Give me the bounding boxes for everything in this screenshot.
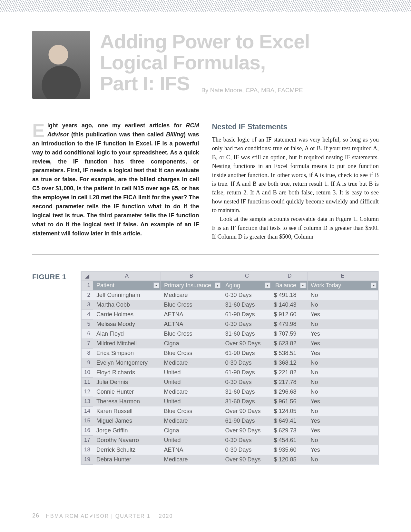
rownum[interactable]: 7 <box>82 339 93 348</box>
cell-patient[interactable]: Mildred Mitchell <box>93 339 161 348</box>
cell-patient[interactable]: Debra Hunter <box>93 455 161 464</box>
cell-insurance[interactable]: Medicare <box>161 455 222 464</box>
cell-balance[interactable]: $ 368.12 <box>272 358 307 368</box>
rownum[interactable]: 9 <box>82 358 93 368</box>
cell-insurance[interactable]: United <box>161 377 222 387</box>
cell-aging[interactable]: 61-90 Days <box>222 416 272 426</box>
cell-aging[interactable]: Over 90 Days <box>222 339 272 348</box>
col-letter-E[interactable]: E <box>307 271 378 281</box>
rownum[interactable]: 5 <box>82 319 93 329</box>
cell-work-today[interactable]: No <box>307 406 378 416</box>
cell-balance[interactable]: $ 935.60 <box>272 445 307 455</box>
rownum[interactable]: 17 <box>82 435 93 445</box>
cell-balance[interactable]: $ 296.68 <box>272 387 307 397</box>
cell-insurance[interactable]: United <box>161 397 222 406</box>
cell-insurance[interactable]: Blue Cross <box>161 329 222 339</box>
cell-work-today[interactable]: Yes <box>307 310 378 319</box>
cell-insurance[interactable]: Medicare <box>161 416 222 426</box>
rownum[interactable]: 11 <box>82 377 93 387</box>
cell-aging[interactable]: 0-30 Days <box>222 358 272 368</box>
cell-aging[interactable]: 0-30 Days <box>222 445 272 455</box>
cell-insurance[interactable]: United <box>161 435 222 445</box>
select-all-corner[interactable]: ◢ <box>82 271 93 281</box>
rownum-1[interactable]: 1 <box>82 281 93 290</box>
cell-aging[interactable]: 61-90 Days <box>222 310 272 319</box>
cell-balance[interactable]: $ 124.05 <box>272 406 307 416</box>
cell-patient[interactable]: Erica Simpson <box>93 348 161 358</box>
cell-insurance[interactable]: Blue Cross <box>161 300 222 310</box>
cell-work-today[interactable]: Yes <box>307 329 378 339</box>
filter-btn-aging[interactable]: ▾ <box>265 282 270 288</box>
cell-aging[interactable]: Over 90 Days <box>222 406 272 416</box>
cell-patient[interactable]: Jeff Cunningham <box>93 290 161 300</box>
cell-work-today[interactable]: No <box>307 368 378 377</box>
cell-work-today[interactable]: Yes <box>307 348 378 358</box>
rownum[interactable]: 16 <box>82 426 93 435</box>
rownum[interactable]: 10 <box>82 368 93 377</box>
rownum[interactable]: 8 <box>82 348 93 358</box>
cell-balance[interactable]: $ 538.51 <box>272 348 307 358</box>
cell-insurance[interactable]: Blue Cross <box>161 348 222 358</box>
filter-btn-work-today[interactable]: ▾ <box>371 282 377 288</box>
cell-patient[interactable]: Martha Cobb <box>93 300 161 310</box>
cell-aging[interactable]: 61-90 Days <box>222 348 272 358</box>
cell-balance[interactable]: $ 221.82 <box>272 368 307 377</box>
cell-work-today[interactable]: Yes <box>307 339 378 348</box>
cell-insurance[interactable]: Cigna <box>161 426 222 435</box>
filter-btn-balance[interactable]: ▾ <box>300 282 306 288</box>
cell-balance[interactable]: $ 961.56 <box>272 397 307 406</box>
cell-aging[interactable]: 0-30 Days <box>222 290 272 300</box>
cell-work-today[interactable]: Yes <box>307 445 378 455</box>
rownum[interactable]: 12 <box>82 387 93 397</box>
cell-aging[interactable]: 31-60 Days <box>222 397 272 406</box>
cell-aging[interactable]: 61-90 Days <box>222 368 272 377</box>
rownum[interactable]: 13 <box>82 397 93 406</box>
cell-work-today[interactable]: No <box>307 358 378 368</box>
col-letter-B[interactable]: B <box>161 271 222 281</box>
cell-balance[interactable]: $ 454.61 <box>272 435 307 445</box>
filter-btn-patient[interactable]: ▾ <box>153 282 159 288</box>
cell-aging[interactable]: Over 90 Days <box>222 455 272 464</box>
rownum[interactable]: 18 <box>82 445 93 455</box>
cell-work-today[interactable]: Yes <box>307 416 378 426</box>
cell-insurance[interactable]: Medicare <box>161 290 222 300</box>
cell-patient[interactable]: Evelyn Montgomery <box>93 358 161 368</box>
cell-balance[interactable]: $ 491.18 <box>272 290 307 300</box>
cell-patient[interactable]: Miguel James <box>93 416 161 426</box>
cell-insurance[interactable]: Medicare <box>161 387 222 397</box>
rownum[interactable]: 19 <box>82 455 93 464</box>
cell-insurance[interactable]: AETNA <box>161 310 222 319</box>
col-letter-C[interactable]: C <box>222 271 272 281</box>
cell-balance[interactable]: $ 629.73 <box>272 426 307 435</box>
cell-aging[interactable]: 31-60 Days <box>222 329 272 339</box>
rownum[interactable]: 15 <box>82 416 93 426</box>
cell-patient[interactable]: Theresa Harmon <box>93 397 161 406</box>
rownum[interactable]: 6 <box>82 329 93 339</box>
cell-work-today[interactable]: No <box>307 387 378 397</box>
cell-balance[interactable]: $ 707.59 <box>272 329 307 339</box>
cell-balance[interactable]: $ 912.60 <box>272 310 307 319</box>
cell-patient[interactable]: Karen Russell <box>93 406 161 416</box>
rownum[interactable]: 2 <box>82 290 93 300</box>
cell-balance[interactable]: $ 649.41 <box>272 416 307 426</box>
cell-aging[interactable]: 0-30 Days <box>222 377 272 387</box>
cell-balance[interactable]: $ 623.82 <box>272 339 307 348</box>
cell-insurance[interactable]: AETNA <box>161 319 222 329</box>
cell-work-today[interactable]: No <box>307 435 378 445</box>
cell-work-today[interactable]: No <box>307 300 378 310</box>
cell-work-today[interactable]: Yes <box>307 426 378 435</box>
cell-aging[interactable]: 31-60 Days <box>222 387 272 397</box>
cell-insurance[interactable]: United <box>161 368 222 377</box>
rownum[interactable]: 4 <box>82 310 93 319</box>
cell-balance[interactable]: $ 120.85 <box>272 455 307 464</box>
cell-insurance[interactable]: Medicare <box>161 358 222 368</box>
cell-patient[interactable]: Derrick Schultz <box>93 445 161 455</box>
col-letter-D[interactable]: D <box>272 271 307 281</box>
cell-insurance[interactable]: Cigna <box>161 339 222 348</box>
cell-balance[interactable]: $ 479.98 <box>272 319 307 329</box>
cell-balance[interactable]: $ 140.43 <box>272 300 307 310</box>
cell-patient[interactable]: Connie Hunter <box>93 387 161 397</box>
cell-patient[interactable]: Alan Floyd <box>93 329 161 339</box>
col-letter-A[interactable]: A <box>93 271 161 281</box>
cell-aging[interactable]: Over 90 Days <box>222 426 272 435</box>
